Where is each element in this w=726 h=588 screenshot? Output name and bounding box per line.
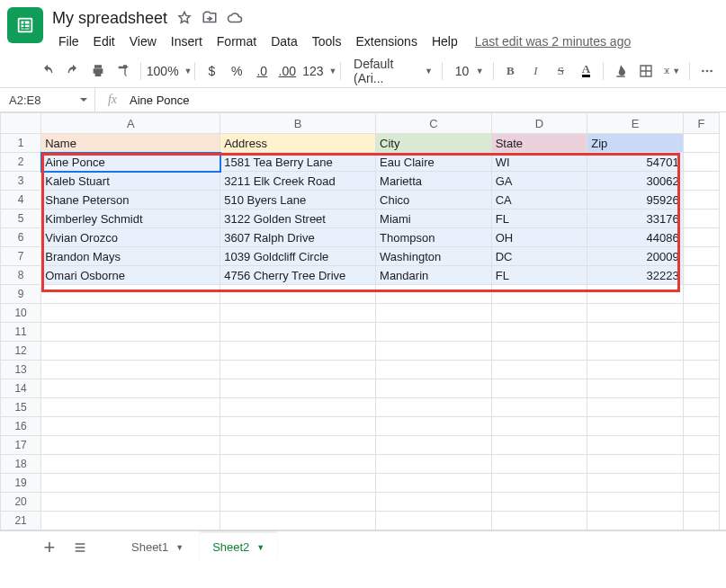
strike-button[interactable]: S [549,59,572,83]
fill-color-icon[interactable] [609,59,632,83]
menu-view[interactable]: View [123,31,163,52]
cell[interactable] [491,285,587,304]
cell[interactable] [683,228,719,247]
cell[interactable] [587,455,684,474]
cell[interactable] [376,398,492,417]
cell[interactable] [587,361,684,379]
doc-title[interactable]: My spreadsheet [52,9,167,28]
cell[interactable]: 4756 Cherry Tree Drive [220,266,376,285]
cell[interactable] [491,436,587,455]
cell[interactable]: CA [491,191,587,209]
cell[interactable] [376,455,492,474]
cell[interactable] [491,474,587,493]
cell[interactable]: FL [491,266,587,285]
cell[interactable] [491,304,587,323]
cell[interactable]: 20009 [587,247,684,266]
cell[interactable] [491,493,587,512]
cell[interactable]: Mandarin [376,266,492,285]
cell[interactable] [683,512,719,530]
menu-tools[interactable]: Tools [306,31,348,52]
cell[interactable]: FL [491,209,587,228]
cell[interactable]: Name [41,134,220,153]
cell[interactable] [41,285,220,304]
zoom-select[interactable]: 100%▼ [147,59,189,83]
cell[interactable] [220,379,376,398]
cell[interactable]: State [491,134,587,153]
cell[interactable]: 44086 [587,228,684,247]
cell[interactable] [683,455,719,474]
cell[interactable] [491,512,587,530]
cell[interactable] [491,398,587,417]
print-icon[interactable] [86,59,110,83]
add-sheet-button[interactable]: + [36,534,63,561]
cell[interactable] [683,153,719,172]
move-icon[interactable] [202,10,218,26]
row-header[interactable]: 9 [1,285,41,304]
row-header[interactable]: 6 [1,228,41,247]
sheet-tab[interactable]: Sheet2▼ [200,533,277,562]
col-header[interactable]: D [491,113,587,134]
cell[interactable] [376,304,492,323]
cloud-icon[interactable] [227,10,243,26]
cell[interactable] [376,379,492,398]
cell[interactable] [587,304,684,323]
menu-format[interactable]: Format [211,31,263,52]
row-header[interactable]: 1 [1,134,41,153]
cell[interactable]: Aine Ponce [41,153,220,172]
cell[interactable]: 32223 [587,266,684,285]
cell[interactable]: 1581 Tea Berry Lane [220,153,376,172]
cell[interactable]: 3122 Golden Street [220,209,376,228]
row-header[interactable]: 2 [1,153,41,172]
cell[interactable] [587,398,684,417]
redo-icon[interactable] [61,59,85,83]
cell[interactable] [683,474,719,493]
cell[interactable]: GA [491,172,587,191]
cell[interactable] [491,361,587,379]
cell[interactable] [41,342,220,361]
cell[interactable]: Omari Osborne [41,266,220,285]
cell[interactable]: Brandon Mays [41,247,220,266]
font-size-select[interactable]: 10▼ [448,59,488,83]
formula-input[interactable]: Aine Ponce [130,94,726,107]
text-color-button[interactable]: A [574,59,597,83]
cell[interactable]: 33176 [587,209,684,228]
cell[interactable]: 510 Byers Lane [220,191,376,209]
merge-cells-icon[interactable]: ▼ [659,59,684,83]
cell[interactable] [491,323,587,342]
cell[interactable] [587,342,684,361]
undo-icon[interactable] [36,59,59,83]
cell[interactable] [683,191,719,209]
cell[interactable] [587,474,684,493]
menu-extensions[interactable]: Extensions [349,31,423,52]
cell[interactable] [41,512,220,530]
menu-data[interactable]: Data [264,31,304,52]
row-header[interactable]: 10 [1,304,41,323]
cell[interactable] [587,323,684,342]
cell[interactable]: Chico [376,191,492,209]
cell[interactable] [41,323,220,342]
row-header[interactable]: 12 [1,342,41,361]
cell[interactable]: Washington [376,247,492,266]
cell[interactable] [220,474,376,493]
cell[interactable] [220,361,376,379]
borders-icon[interactable] [634,59,658,83]
menu-edit[interactable]: Edit [87,31,121,52]
row-header[interactable]: 20 [1,493,41,512]
row-header[interactable]: 7 [1,247,41,266]
menu-file[interactable]: File [52,31,85,52]
cell[interactable] [683,304,719,323]
row-header[interactable]: 8 [1,266,41,285]
cell[interactable] [683,417,719,436]
cell[interactable]: OH [491,228,587,247]
row-header[interactable]: 19 [1,474,41,493]
row-header[interactable]: 11 [1,323,41,342]
cell[interactable] [683,323,719,342]
cell[interactable] [587,379,684,398]
cell[interactable] [587,436,684,455]
cell[interactable] [220,417,376,436]
row-header[interactable]: 21 [1,512,41,530]
select-all-corner[interactable] [1,113,41,134]
cell[interactable] [220,493,376,512]
cell[interactable] [683,134,719,153]
cell[interactable] [220,304,376,323]
